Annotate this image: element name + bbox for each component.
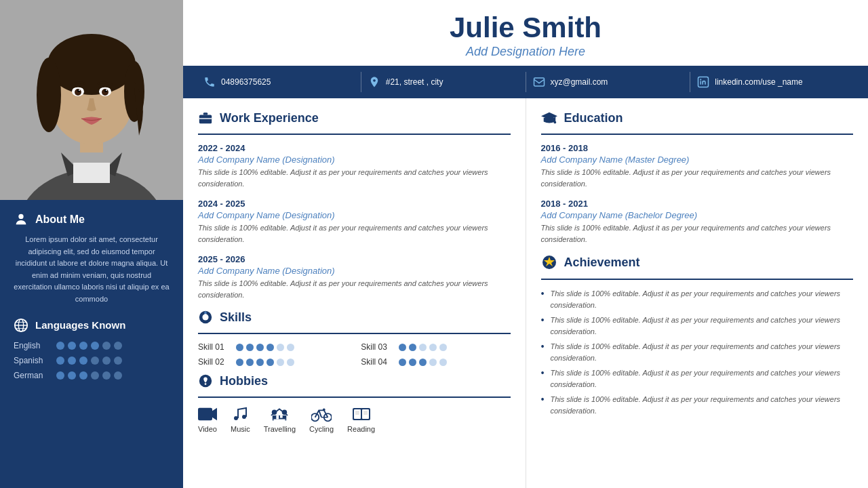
left-sidebar: About Me Lorem ipsum dolor sit amet, con… [0, 0, 183, 488]
about-me-title: About Me [35, 214, 85, 226]
dot [114, 357, 122, 365]
contact-phone: 04896375625 [203, 76, 354, 88]
contact-email: xyz@gmail.com [533, 76, 684, 88]
skill-dot [267, 344, 274, 351]
dot [114, 342, 122, 350]
left-body: Work Experience 2022 - 2024 Add Company … [183, 98, 526, 488]
skill-dot [419, 344, 427, 351]
dot [79, 342, 87, 350]
exp-year-3: 2025 - 2026 [198, 254, 511, 264]
contact-divider [690, 72, 690, 92]
skill-dots-3 [399, 344, 447, 351]
svg-rect-17 [73, 163, 110, 183]
svg-point-42 [272, 410, 277, 415]
achievement-list: This slide is 100% editable. Adjust it a… [541, 288, 854, 416]
work-experience-heading: Work Experience [198, 110, 511, 125]
edu-divider [541, 134, 854, 135]
work-divider [198, 134, 511, 135]
skill-dot [287, 344, 294, 351]
svg-point-39 [242, 415, 246, 419]
profile-photo [0, 0, 183, 200]
lang-english-label: English [14, 341, 51, 350]
svg-marker-37 [212, 408, 217, 421]
skill-dot [236, 359, 243, 366]
svg-point-15 [79, 89, 80, 91]
skill-dot [419, 359, 427, 366]
skill-label-2: Skill 02 [198, 357, 232, 367]
skill-dot [429, 344, 437, 351]
linkedin: linkedin.com/use _name [715, 77, 802, 87]
svg-point-7 [37, 58, 61, 132]
dot [114, 371, 122, 380]
skills-grid: Skill 01 Skill 03 [198, 342, 511, 367]
dot [56, 342, 64, 350]
skill-dot [409, 359, 416, 366]
hobby-travelling-label: Travelling [264, 425, 296, 433]
skill-dot [256, 359, 264, 366]
reading-icon [352, 406, 371, 422]
achievement-item-2: This slide is 100% editable. Adjust it a… [541, 314, 854, 337]
language-german: German [14, 371, 170, 380]
svg-point-33 [204, 312, 207, 314]
hobby-video: Video [198, 406, 217, 433]
about-me-section: About Me Lorem ipsum dolor sit amet, con… [14, 212, 170, 306]
languages-title: Languages Known [35, 319, 125, 331]
edu-company-1: Add Company Name (Master Degree) [541, 155, 854, 165]
dot [56, 357, 64, 365]
exp-desc-2: This slide is 100% editable. Adjust it a… [198, 222, 511, 245]
about-me-header: About Me [14, 212, 170, 227]
skill-dot [399, 344, 406, 351]
svg-point-43 [282, 410, 287, 415]
achievement-item-3: This slide is 100% editable. Adjust it a… [541, 341, 854, 363]
skills-section: Skills Skill 01 [198, 310, 511, 367]
cycling-icon [311, 406, 332, 422]
dot [79, 357, 87, 365]
briefcase-icon [198, 110, 213, 125]
dot [91, 342, 99, 350]
body-section: Work Experience 2022 - 2024 Add Company … [183, 98, 868, 488]
contact-linkedin: linkedin.com/use _name [697, 76, 848, 88]
skill-dot [439, 359, 447, 366]
skill-dot [267, 359, 274, 366]
edu-desc-1: This slide is 100% editable. Adjust it a… [541, 167, 854, 189]
email: xyz@gmail.com [551, 77, 608, 87]
hobby-travelling: Travelling [264, 406, 296, 433]
edu-company-2: Add Company Name (Bachelor Degree) [541, 210, 854, 220]
edu-block-1: 2016 - 2018 Add Company Name (Master Deg… [541, 143, 854, 189]
skill-dot [246, 344, 254, 351]
skill-label-4: Skill 04 [361, 357, 395, 367]
language-spanish: Spanish [14, 356, 170, 365]
skill-dots-4 [399, 359, 447, 366]
skill-dots-2 [236, 359, 294, 366]
edu-block-2: 2018 - 2021 Add Company Name (Bachelor D… [541, 199, 854, 245]
skill-label-1: Skill 01 [198, 342, 232, 352]
svg-rect-24 [534, 78, 544, 86]
hobbies-heading: Hobbies [198, 373, 511, 388]
hobbies-icon [198, 373, 213, 388]
dot [102, 357, 111, 365]
lang-spanish-dots [56, 357, 122, 365]
svg-point-6 [47, 34, 136, 95]
travel-icon [270, 406, 289, 422]
svg-rect-40 [277, 415, 279, 420]
hobbies-section: Hobbies Video [198, 373, 511, 433]
achievement-item-5: This slide is 100% editable. Adjust it a… [541, 394, 854, 416]
exp-company-3: Add Company Name (Designation) [198, 266, 511, 276]
work-experience-title: Work Experience [220, 111, 319, 125]
dot [68, 342, 76, 350]
candidate-designation: Add Designation Here [210, 45, 841, 59]
phone-number: 04896375625 [221, 77, 271, 87]
exp-year-1: 2022 - 2024 [198, 143, 511, 153]
about-text: Lorem ipsum dolor sit amet, consectetur … [14, 234, 170, 306]
globe-icon [14, 318, 28, 333]
language-english: English [14, 341, 170, 350]
achievement-divider [541, 279, 854, 280]
dot [91, 357, 99, 365]
dot [102, 371, 111, 380]
svg-point-61 [553, 121, 556, 124]
right-body: Education 2016 - 2018 Add Company Name (… [526, 98, 869, 488]
achievement-icon [541, 254, 557, 270]
education-heading: Education [541, 110, 854, 125]
dot [56, 371, 64, 380]
skills-divider [198, 333, 511, 334]
